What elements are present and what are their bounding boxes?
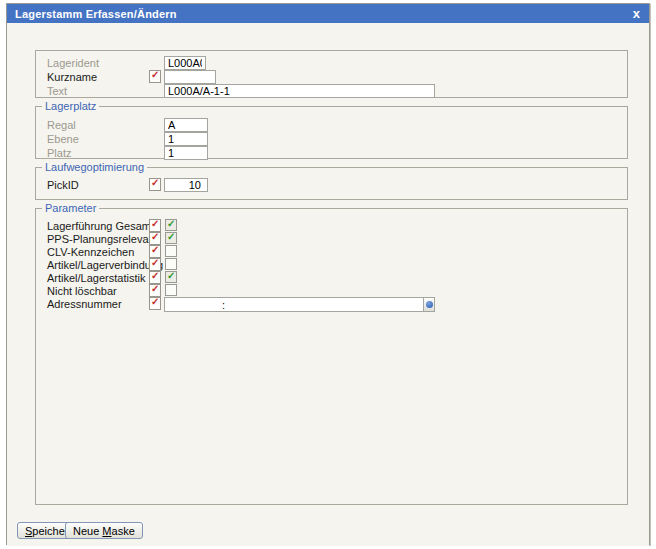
label-artikel-lagerverbindung: Artikel/Lagerverbindung (47, 259, 163, 271)
label-kurzname: Kurzname (47, 71, 97, 83)
titlebar: Lagerstamm Erfassen/Ändern x (7, 4, 649, 23)
dialog-window: Lagerstamm Erfassen/Ändern x Lagerident … (6, 3, 650, 545)
label-text: Text (47, 85, 67, 97)
group-parameter: Parameter Lagerführung Gesamt PPS-Planun… (35, 208, 628, 505)
artikel-lagerstatistik-checkbox[interactable] (165, 271, 177, 283)
dialog-body: Lagerident Kurzname Text Lagerplatz Rega… (7, 23, 649, 546)
label-nicht-loeschbar: Nicht löschbar (47, 285, 117, 297)
adressnummer-combobox[interactable]: : (164, 297, 435, 312)
platz-input[interactable] (164, 146, 208, 160)
required-check-icon[interactable] (149, 178, 161, 191)
kurzname-input[interactable] (164, 70, 216, 84)
label-ebene: Ebene (47, 133, 79, 145)
group-general: Lagerident Kurzname Text (35, 50, 628, 98)
pickid-input[interactable] (164, 178, 208, 192)
label-pickid: PickID (47, 179, 79, 191)
text-input[interactable] (164, 84, 435, 98)
required-check-icon[interactable] (149, 70, 161, 83)
regal-input[interactable] (164, 118, 208, 132)
label-lagerfuehrung-gesamt: Lagerführung Gesamt (47, 220, 154, 232)
window-title: Lagerstamm Erfassen/Ändern (15, 8, 177, 20)
group-parameter-legend: Parameter (42, 202, 99, 214)
close-icon[interactable]: x (633, 5, 640, 22)
required-check-icon[interactable] (149, 297, 161, 310)
group-lagerplatz: Lagerplatz Regal Ebene Platz (35, 106, 628, 159)
adressnummer-value: : (222, 299, 225, 311)
new-mask-button[interactable]: Neue Maske (65, 522, 143, 539)
label-platz: Platz (47, 147, 71, 159)
label-clv-kennzeichen: CLV-Kennzeichen (47, 246, 134, 258)
group-laufwegoptimierung-legend: Laufwegoptimierung (42, 161, 147, 173)
group-lagerplatz-legend: Lagerplatz (42, 100, 99, 112)
label-pps-planungsrelevant: PPS-Planungsrelevant (47, 233, 158, 245)
nicht-loeschbar-checkbox[interactable] (165, 284, 177, 296)
group-laufwegoptimierung: Laufwegoptimierung PickID (35, 167, 628, 200)
label-lagerident: Lagerident (47, 57, 99, 69)
dropdown-icon[interactable] (423, 298, 434, 311)
artikel-lagerverbindung-checkbox[interactable] (165, 258, 177, 270)
clv-kennzeichen-checkbox[interactable] (165, 245, 177, 257)
label-adressnummer: Adressnummer (47, 298, 122, 310)
label-artikel-lagerstatistik: Artikel/Lagerstatistik (47, 272, 145, 284)
ebene-input[interactable] (164, 132, 208, 146)
label-regal: Regal (47, 119, 76, 131)
pps-planungsrelevant-checkbox[interactable] (165, 232, 177, 244)
lagerident-input[interactable] (164, 56, 206, 70)
lagerfuehrung-gesamt-checkbox[interactable] (165, 219, 177, 231)
